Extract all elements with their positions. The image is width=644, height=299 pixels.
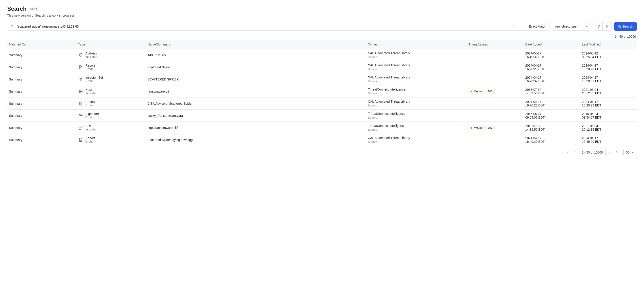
modified-time: 16:20:23 EDT [582, 104, 635, 107]
table-row[interactable]: Summary Report Group Scattered Spider la… [7, 134, 637, 146]
search-button-label: Search [623, 25, 633, 28]
owner-kind: Source [368, 116, 465, 119]
threat-label: Medium [474, 90, 484, 93]
cell-name: ransomware.bit [146, 86, 366, 98]
col-name[interactable]: Name/Summary [146, 40, 366, 49]
cell-name: 140.82.29.65 [146, 49, 366, 61]
cell-matched: Summary [7, 61, 76, 73]
type-category: Indicator [85, 92, 96, 95]
cell-threat: Medium | 287 [467, 122, 524, 134]
added-time: 16:20:23 EDT [525, 67, 578, 71]
col-modified[interactable]: Last Modified [580, 40, 637, 49]
threat-score: 287 [488, 126, 492, 129]
cell-threat [467, 49, 524, 61]
modified-date: 2024-04-17 [582, 76, 635, 79]
result-count: 1 - 50 of 10000 [7, 32, 637, 40]
table-row[interactable]: Summary Address Indicator 140.82.29.65 C… [7, 49, 637, 61]
added-date: 2024-04-17 [525, 52, 578, 55]
pager-last[interactable] [613, 148, 621, 156]
filter-icon [596, 24, 600, 28]
table-row[interactable]: Summary URL Indicator http://ransomware.… [7, 122, 637, 134]
owner-name: CAL Automated Threat Library [368, 100, 465, 103]
table-row[interactable]: Summary Host Indicator ransomware.bit Th… [7, 86, 637, 98]
report-icon [78, 101, 83, 106]
added-date: 2024-04-17 [525, 136, 578, 140]
modified-time: 09:54:07 EDT [582, 116, 635, 119]
exact-match-label: Exact Match [529, 25, 546, 28]
owner-kind: Source [368, 80, 465, 83]
cell-matched: Summary [7, 73, 76, 86]
search-button[interactable]: Search [614, 22, 637, 31]
cell-matched: Summary [7, 49, 76, 61]
type-name: Report [85, 100, 95, 104]
beta-badge: BETA [29, 7, 39, 11]
chevron-first-icon [566, 150, 570, 154]
cell-name: SCATTERED SPIDER [146, 73, 366, 86]
search-input[interactable] [16, 24, 510, 28]
svg-point-0 [11, 25, 13, 27]
type-category: Group [85, 116, 99, 119]
col-added[interactable]: Date Added [524, 40, 580, 49]
threat-level-icon [470, 127, 472, 129]
filter-button[interactable] [594, 22, 602, 31]
cell-name: Scattered Spider laying new eggs [146, 134, 366, 146]
cell-threat [467, 73, 524, 86]
pager-next[interactable] [606, 148, 613, 156]
col-owner[interactable]: Owner [366, 40, 467, 49]
svg-point-9 [80, 54, 81, 55]
owner-kind: Source [368, 68, 465, 71]
cell-threat [467, 134, 524, 146]
modified-date: 2024-04-17 [582, 100, 635, 104]
page-subtitle: This new version of Search is a work in … [7, 14, 637, 17]
exact-match-checkbox[interactable] [523, 25, 526, 28]
owner-name: ThreatConnect Intelligence [368, 112, 465, 116]
added-date: 2024-04-17 [525, 76, 578, 79]
modified-time: 16:20:37 EDT [582, 79, 635, 83]
cell-name: http://ransomware.bit/ [146, 122, 366, 134]
cell-name: Locky_Ransomware.yara [146, 110, 366, 122]
pager-prev[interactable] [572, 148, 579, 156]
owner-kind: Source [368, 128, 465, 131]
type-name: Host [85, 88, 96, 92]
modified-date: 2021-06-04 [582, 124, 635, 128]
chevron-right-icon [608, 150, 611, 154]
col-threat[interactable]: ThreatAssess [467, 40, 524, 49]
owner-kind: Source [368, 104, 465, 107]
url-icon [78, 125, 83, 130]
page-title: Search [7, 6, 27, 12]
signature-icon [78, 113, 83, 118]
close-icon [606, 25, 609, 28]
added-date: 2016-05-24 [525, 112, 578, 116]
object-type-select[interactable]: Any object type [552, 22, 591, 31]
pager-first[interactable] [564, 148, 572, 156]
clear-search-button[interactable] [512, 24, 516, 29]
type-name: Report [85, 64, 95, 67]
clear-filters-button[interactable] [603, 22, 612, 31]
cell-name: Scattered Spider [146, 61, 366, 73]
type-name: Address [85, 52, 97, 55]
modified-date: 2024-04-17 [582, 136, 635, 140]
chevron-down-icon [585, 25, 588, 28]
report-icon [78, 138, 83, 142]
modified-date: 2016-05-24 [582, 112, 635, 116]
type-name: Report [85, 136, 95, 140]
modified-date: 2021-06-04 [582, 88, 635, 92]
col-type[interactable]: Type [76, 40, 146, 49]
table-row[interactable]: Summary Intrusion Set Group SCATTERED SP… [7, 73, 637, 86]
table-row[interactable]: Summary Report Group Scattered Spider CA… [7, 61, 637, 73]
svg-marker-4 [597, 25, 600, 28]
owner-name: CAL Automated Threat Library [368, 76, 465, 79]
threat-score: 290 [488, 90, 492, 93]
page-size-value: 50 [626, 150, 630, 154]
col-matched[interactable]: Matched On [7, 40, 76, 49]
owner-kind: Source [368, 140, 465, 144]
table-row[interactable]: Summary Report Group CISA Advisory: Scat… [7, 98, 637, 110]
search-icon [618, 25, 621, 28]
owner-kind: Source [368, 55, 465, 59]
modified-date: 2024-05-12 [582, 52, 635, 55]
table-row[interactable]: Summary Signature Group Locky_Ransomware… [7, 110, 637, 122]
page-size-select[interactable]: 50 [624, 148, 637, 156]
type-category: Group [85, 67, 95, 70]
object-type-value: Any object type [555, 25, 576, 28]
exact-match-toggle[interactable]: Exact Match [519, 22, 549, 30]
